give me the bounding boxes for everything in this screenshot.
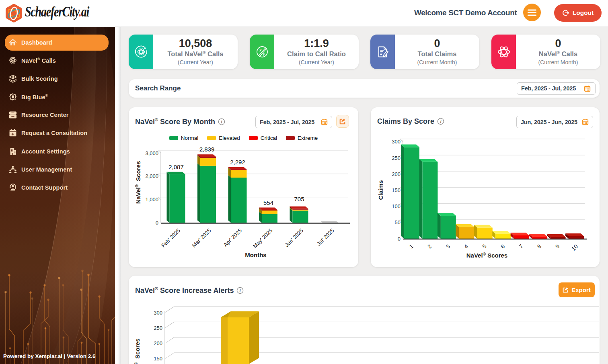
svg-text:100: 100 <box>392 203 401 209</box>
svg-text:9: 9 <box>554 243 561 250</box>
svg-text:2,839: 2,839 <box>199 146 215 153</box>
svg-text:7: 7 <box>518 243 524 250</box>
svg-text:250: 250 <box>392 155 401 161</box>
svg-text:Months: Months <box>245 252 266 258</box>
svg-text:x: x <box>259 47 262 52</box>
svg-text:2,292: 2,292 <box>230 159 245 166</box>
svg-text:NaVel® Scores: NaVel® Scores <box>135 161 142 204</box>
svg-text:0: 0 <box>398 236 401 242</box>
svg-text:Apr' 2025: Apr' 2025 <box>222 227 243 248</box>
svg-text:554: 554 <box>263 199 273 206</box>
svg-text:y: y <box>262 51 265 56</box>
svg-text:Mar' 2025: Mar' 2025 <box>191 227 212 249</box>
svg-text:2: 2 <box>426 243 433 250</box>
svg-text:2,000: 2,000 <box>145 173 158 179</box>
svg-text:4: 4 <box>463 243 470 250</box>
svg-text:8: 8 <box>536 243 542 250</box>
svg-text:Jul' 2025: Jul' 2025 <box>316 227 335 247</box>
svg-text:Claims: Claims <box>377 180 384 200</box>
svg-text:1: 1 <box>408 243 415 250</box>
svg-text:2,087: 2,087 <box>168 164 184 170</box>
svg-text:NaVel® Scores: NaVel® Scores <box>134 339 141 364</box>
svg-text:0: 0 <box>156 220 158 226</box>
svg-text:200: 200 <box>392 171 401 177</box>
svg-text:1,000: 1,000 <box>145 196 158 202</box>
svg-text:3,000: 3,000 <box>145 150 158 156</box>
svg-text:705: 705 <box>294 196 304 202</box>
svg-text:3: 3 <box>444 243 451 250</box>
svg-text:250: 250 <box>154 325 162 331</box>
svg-text:50: 50 <box>395 219 401 225</box>
svg-text:300: 300 <box>154 310 162 316</box>
svg-text:6: 6 <box>499 243 506 250</box>
svg-text:200: 200 <box>154 340 162 346</box>
svg-text:5: 5 <box>481 243 488 250</box>
svg-text:Feb' 2025: Feb' 2025 <box>160 227 181 249</box>
svg-text:300: 300 <box>392 139 401 145</box>
svg-text:150: 150 <box>154 356 162 362</box>
svg-text:Jun' 2025: Jun' 2025 <box>283 227 304 248</box>
svg-text:10: 10 <box>570 243 579 252</box>
svg-text:NaVel® Scores: NaVel® Scores <box>466 252 507 259</box>
svg-text:May' 2025: May' 2025 <box>252 227 273 249</box>
svg-text:150: 150 <box>392 187 401 193</box>
